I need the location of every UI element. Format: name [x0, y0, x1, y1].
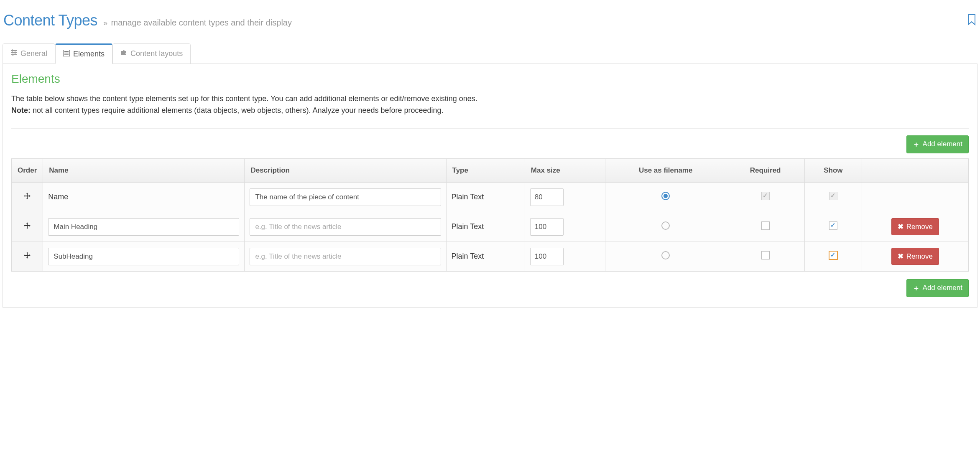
- close-icon: ✖: [898, 252, 903, 261]
- description-input[interactable]: [250, 188, 441, 206]
- required-cell: [726, 212, 805, 242]
- col-show: Show: [805, 158, 862, 182]
- note-label: Note:: [11, 106, 31, 114]
- chevron-right-icon: »: [103, 19, 107, 27]
- list-icon: [63, 50, 70, 58]
- description-input[interactable]: [250, 248, 441, 265]
- use-as-filename-cell: [605, 182, 726, 212]
- type-text: Plain Text: [452, 193, 484, 201]
- use-as-filename-cell: [605, 242, 726, 271]
- plus-icon: ＋: [913, 283, 920, 293]
- remove-button[interactable]: ✖Remove: [891, 248, 939, 265]
- remove-label: Remove: [906, 223, 933, 231]
- divider: [11, 128, 969, 129]
- col-type: Type: [446, 158, 525, 182]
- intro-text: The table below shows the content type e…: [11, 93, 969, 117]
- bookmark-icon[interactable]: [967, 14, 977, 27]
- type-text: Plain Text: [452, 252, 484, 260]
- tab-general[interactable]: General: [3, 43, 55, 64]
- col-name: Name: [43, 158, 245, 182]
- required-cell: [726, 242, 805, 271]
- name-input[interactable]: [48, 218, 239, 236]
- actions-cell: [862, 182, 968, 212]
- page-subtitle-wrap: » manage available content types and the…: [103, 18, 292, 28]
- order-cell: [12, 242, 43, 271]
- show-checkbox: [829, 192, 837, 200]
- tab-elements-label: Elements: [73, 50, 105, 58]
- tab-elements[interactable]: Elements: [55, 43, 112, 64]
- show-cell: [805, 212, 862, 242]
- table-row: NamePlain Text: [12, 182, 969, 212]
- use-as-filename-cell: [605, 212, 726, 242]
- intro-line-2: not all content types require additional…: [31, 106, 444, 114]
- type-text: Plain Text: [452, 222, 484, 231]
- table-row: Plain Text✖Remove: [12, 212, 969, 242]
- remove-button[interactable]: ✖Remove: [891, 218, 939, 235]
- svg-rect-1: [11, 52, 17, 53]
- tabs: General Elements Content layouts: [3, 43, 977, 64]
- maxsize-cell: [525, 242, 605, 271]
- name-text: Name: [48, 193, 68, 201]
- name-input[interactable]: [48, 248, 239, 265]
- intro-line-1: The table below shows the content type e…: [11, 94, 477, 103]
- col-use-as-filename: Use as filename: [605, 158, 726, 182]
- plus-icon: ＋: [913, 140, 920, 149]
- show-cell: [805, 182, 862, 212]
- required-cell: [726, 182, 805, 212]
- elements-table: Order Name Description Type Max size Use…: [11, 158, 969, 272]
- move-icon[interactable]: [24, 193, 31, 201]
- type-cell: Plain Text: [446, 212, 525, 242]
- tab-content-layouts[interactable]: Content layouts: [112, 43, 191, 64]
- col-order: Order: [12, 158, 43, 182]
- add-element-button-top[interactable]: ＋ Add element: [906, 135, 969, 153]
- table-row: Plain Text✖Remove: [12, 242, 969, 271]
- move-icon[interactable]: [24, 222, 31, 231]
- page-title: Content Types: [3, 12, 97, 29]
- maxsize-input[interactable]: [530, 248, 564, 265]
- description-cell: [245, 212, 446, 242]
- actions-cell: ✖Remove: [862, 212, 968, 242]
- maxsize-input[interactable]: [530, 218, 564, 236]
- svg-rect-9: [64, 54, 69, 55]
- remove-label: Remove: [906, 252, 933, 261]
- close-icon: ✖: [898, 222, 903, 231]
- svg-rect-4: [15, 51, 15, 54]
- use-as-filename-radio[interactable]: [661, 192, 670, 200]
- svg-rect-8: [64, 53, 69, 53]
- show-checkbox[interactable]: [829, 251, 837, 259]
- type-cell: Plain Text: [446, 242, 525, 271]
- required-checkbox[interactable]: [761, 221, 770, 230]
- show-cell: [805, 242, 862, 271]
- type-cell: Plain Text: [446, 182, 525, 212]
- description-cell: [245, 182, 446, 212]
- puzzle-icon: [120, 49, 127, 58]
- required-checkbox[interactable]: [761, 251, 770, 259]
- maxsize-input[interactable]: [530, 188, 564, 206]
- name-cell: [43, 212, 245, 242]
- show-checkbox[interactable]: [829, 221, 837, 230]
- maxsize-cell: [525, 212, 605, 242]
- order-cell: [12, 182, 43, 212]
- col-required: Required: [726, 158, 805, 182]
- tab-general-label: General: [20, 49, 47, 58]
- name-cell: [43, 242, 245, 271]
- section-title: Elements: [11, 72, 969, 86]
- col-maxsize: Max size: [525, 158, 605, 182]
- order-cell: [12, 212, 43, 242]
- svg-rect-2: [11, 54, 17, 55]
- table-header-row: Order Name Description Type Max size Use…: [12, 158, 969, 182]
- use-as-filename-radio[interactable]: [661, 221, 670, 230]
- description-input[interactable]: [250, 218, 441, 236]
- description-cell: [245, 242, 446, 271]
- page-header: Content Types » manage available content…: [3, 3, 977, 37]
- tab-content-layouts-label: Content layouts: [130, 49, 183, 58]
- move-icon[interactable]: [24, 252, 31, 260]
- use-as-filename-radio[interactable]: [661, 251, 670, 259]
- add-element-label: Add element: [923, 140, 962, 148]
- page-subtitle: manage available content types and their…: [111, 18, 292, 27]
- actions-cell: ✖Remove: [862, 242, 968, 271]
- svg-rect-7: [64, 51, 69, 52]
- add-element-button-bottom[interactable]: ＋ Add element: [906, 279, 969, 297]
- tab-panel-elements: Elements The table below shows the conte…: [3, 64, 977, 308]
- col-description: Description: [245, 158, 446, 182]
